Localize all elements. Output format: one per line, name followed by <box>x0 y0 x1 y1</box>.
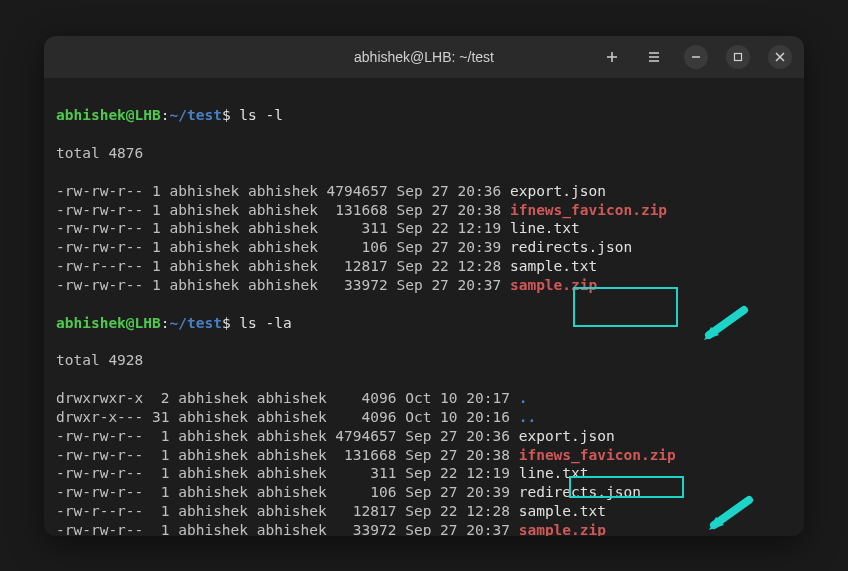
titlebar: abhishek@LHB: ~/test <box>44 36 804 78</box>
file-name: export.json <box>519 428 615 444</box>
svg-rect-0 <box>735 53 742 60</box>
file-name: redirects.json <box>510 239 632 255</box>
file-row: -rw-rw-r-- 1 abhishek abhishek 311 Sep 2… <box>56 219 792 238</box>
terminal-window: abhishek@LHB: ~/test abhishek@LHB:~/test… <box>44 36 804 536</box>
prompt-line: abhishek@LHB:~/test$ ls -l <box>56 106 792 125</box>
menu-button[interactable] <box>642 45 666 69</box>
command-1: ls -l <box>239 107 283 123</box>
file-name: ifnews_favicon.zip <box>510 202 667 218</box>
file-row: -rw-rw-r-- 1 abhishek abhishek 4794657 S… <box>56 182 792 201</box>
prompt-user: abhishek@LHB <box>56 107 161 123</box>
file-name: . <box>519 390 528 406</box>
file-row: -rw-rw-r-- 1 abhishek abhishek 33972 Sep… <box>56 521 792 536</box>
file-row: -rw-rw-r-- 1 abhishek abhishek 131668 Se… <box>56 201 792 220</box>
file-row: -rw-r--r-- 1 abhishek abhishek 12817 Sep… <box>56 257 792 276</box>
ls-output-1: -rw-rw-r-- 1 abhishek abhishek 4794657 S… <box>56 182 792 295</box>
file-name: .. <box>519 409 536 425</box>
total-line: total 4876 <box>56 144 792 163</box>
maximize-button[interactable] <box>726 45 750 69</box>
file-name: sample.txt <box>510 258 597 274</box>
ls-output-2: drwxrwxr-x 2 abhishek abhishek 4096 Oct … <box>56 389 792 536</box>
prompt-line: abhishek@LHB:~/test$ ls -la <box>56 314 792 333</box>
file-row: -rw-rw-r-- 1 abhishek abhishek 33972 Sep… <box>56 276 792 295</box>
file-row: drwxr-x--- 31 abhishek abhishek 4096 Oct… <box>56 408 792 427</box>
file-name: sample.zip <box>519 522 606 536</box>
prompt-path: ~/test <box>170 107 222 123</box>
file-name: line.txt <box>510 220 580 236</box>
titlebar-controls <box>600 45 792 69</box>
window-title: abhishek@LHB: ~/test <box>354 49 494 65</box>
file-name: export.json <box>510 183 606 199</box>
command-2: ls -la <box>239 315 291 331</box>
close-button[interactable] <box>768 45 792 69</box>
file-row: -rw-rw-r-- 1 abhishek abhishek 4794657 S… <box>56 427 792 446</box>
file-name: line.txt <box>519 465 589 481</box>
file-row: -rw-rw-r-- 1 abhishek abhishek 106 Sep 2… <box>56 483 792 502</box>
file-name: redirects.json <box>519 484 641 500</box>
file-name: sample.zip <box>510 277 597 293</box>
new-tab-button[interactable] <box>600 45 624 69</box>
terminal-body[interactable]: abhishek@LHB:~/test$ ls -l total 4876 -r… <box>44 78 804 536</box>
file-row: -rw-rw-r-- 1 abhishek abhishek 311 Sep 2… <box>56 464 792 483</box>
minimize-button[interactable] <box>684 45 708 69</box>
file-row: -rw-r--r-- 1 abhishek abhishek 12817 Sep… <box>56 502 792 521</box>
file-row: -rw-rw-r-- 1 abhishek abhishek 131668 Se… <box>56 446 792 465</box>
total-line: total 4928 <box>56 351 792 370</box>
file-name: sample.txt <box>519 503 606 519</box>
file-row: drwxrwxr-x 2 abhishek abhishek 4096 Oct … <box>56 389 792 408</box>
file-name: ifnews_favicon.zip <box>519 447 676 463</box>
file-row: -rw-rw-r-- 1 abhishek abhishek 106 Sep 2… <box>56 238 792 257</box>
